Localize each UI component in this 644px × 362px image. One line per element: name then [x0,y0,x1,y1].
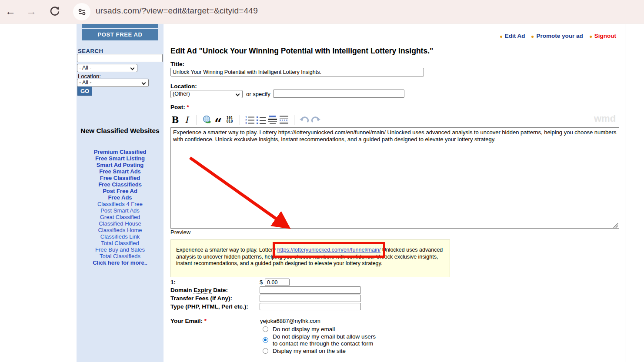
sidebar-button-stub[interactable] [82,24,158,28]
chevron-down-icon [130,66,135,70]
bullet-list-icon[interactable] [256,114,267,126]
sidebar: POST FREE AD SEARCH - All - Location: - … [77,24,164,362]
code-icon-line2: 010 [227,120,233,123]
post-textarea[interactable]: Experience a smarter way to play. Lotter… [170,127,619,229]
title-label: Title: [170,61,184,67]
websites-heading: New Classified Websites [77,126,164,135]
domain-expiry-input[interactable] [260,286,361,294]
location-select[interactable]: - All - [77,79,149,87]
currency-symbol: $ [260,279,263,286]
toolbar-separator [240,115,240,125]
signout-link[interactable]: Signout [590,33,616,39]
promote-ad-link[interactable]: Promote your ad [531,33,583,39]
chevron-down-icon [142,81,146,85]
go-button[interactable]: GO [77,86,92,96]
email-label: Your Email: * [170,318,207,324]
editor-toolbar: B I “ 101 010 1 2 3 [170,113,321,126]
sidebar-link[interactable]: Total Classifieds [77,253,164,259]
radio-contact-form[interactable] [263,337,268,343]
radio-contact-form-line1: Do not display my email but allow users [273,333,376,340]
radio-hide-email-label[interactable]: Do not display my email [273,326,335,333]
svg-text:3: 3 [245,122,247,125]
email-value: yejoka6887@nyfhk.com [260,318,320,324]
bullet-icon [500,36,502,38]
edit-ad-link[interactable]: Edit Ad [500,33,525,39]
back-icon[interactable]: ← [5,5,16,18]
sidebar-link[interactable]: Classified House [77,220,164,227]
location-specify-input[interactable] [273,90,404,98]
numbered-list-icon[interactable]: 1 2 3 [244,114,256,126]
radio-hide-email[interactable] [263,326,268,332]
address-bar[interactable]: ursads.com/?view=edit&target=&cityid=449 [96,6,258,16]
type-label: Type (PHP, HTML, Perl etc.): [170,303,248,310]
radio-display-email-label[interactable]: Display my email on the site [273,348,346,355]
svg-text:1: 1 [245,116,247,119]
chevron-down-icon [236,92,240,96]
promote-ad-link-label: Promote your ad [536,33,583,39]
sidebar-link[interactable]: Classifieds Home [77,227,164,233]
content-right-border [625,24,625,362]
bold-icon[interactable]: B [170,114,181,126]
page-title: Edit Ad "Unlock Your Winning Potential w… [170,46,433,56]
required-asterisk: * [204,318,207,324]
bullet-icon [531,36,534,38]
search-input[interactable] [77,54,163,62]
toolbar-separator [197,115,197,125]
radio-contact-form-label[interactable]: Do not display my email but allow users … [273,333,376,347]
post-label-text: Post: [170,104,185,110]
signout-link-label: Signout [594,33,616,39]
title-input[interactable] [170,68,424,76]
post-free-ad-button[interactable]: POST FREE AD [82,29,158,40]
sidebar-link[interactable]: Free Classifieds [77,181,164,188]
category-select-value: - All - [79,65,91,71]
domain-expiry-label-post: Date: [213,287,228,293]
radio-display-email[interactable] [263,348,268,354]
tune-icon[interactable] [78,8,86,16]
horizontal-rule-icon[interactable] [278,114,290,126]
location-select-value: - All - [79,80,91,86]
domain-expiry-label: Domain Expiry Date: [170,287,228,293]
price-input[interactable] [265,279,290,286]
redo-icon[interactable] [310,114,321,126]
sidebar-link[interactable]: Free Smart Listing [77,155,164,162]
heading-icon[interactable] [267,114,278,126]
preview-link[interactable]: https://lotteryunlocked.com/en/funnel/ma… [277,247,381,253]
reload-icon[interactable] [49,6,60,17]
edit-ad-link-label: Edit Ad [505,33,525,39]
radio-contact-form-line2-dotted: form [361,340,373,347]
sidebar-link[interactable]: Great Classified [77,214,164,220]
code-icon[interactable]: 101 010 [224,114,235,126]
browser-toolbar: ← → ursads.com/?view=edit&target=&cityid… [0,0,644,23]
sidebar-link[interactable]: Post Smart Ads [77,207,164,214]
sidebar-link[interactable]: Free Smart Ads [77,168,164,175]
websites-link-list: Premium Classified Free Smart Listing Sm… [77,149,164,266]
sidebar-link[interactable]: Classifieds Link [77,233,164,240]
sidebar-link[interactable]: Free Classified [77,175,164,181]
category-select[interactable]: - All - [77,64,137,72]
price-label: 1: [170,279,176,286]
domain-expiry-label-pre: Domain [170,287,192,293]
preview-box: Experience a smarter way to play. Lotter… [170,239,450,277]
domain-expiry-label-dotted: Expiry [194,287,211,294]
transfer-fees-input[interactable] [260,295,361,302]
sidebar-link[interactable]: Free Ads [77,194,164,201]
search-label: SEARCH [78,48,103,54]
undo-icon[interactable] [299,114,310,126]
italic-icon[interactable]: I [181,114,192,126]
sidebar-link-more[interactable]: Click here for more.. [77,259,164,266]
forward-icon[interactable]: → [26,5,37,18]
email-label-text: Your Email: [170,318,203,324]
toolbar-separator [294,115,294,125]
location-dropdown[interactable]: (Other) [170,90,243,98]
preview-text-before: Experience a smarter way to play. Lotter… [176,247,277,253]
hyperlink-icon[interactable] [201,114,213,126]
user-nav: Edit Ad Promote your ad Signout [500,33,616,39]
sidebar-link[interactable]: Classifieds 4 Free [77,201,164,207]
type-input[interactable] [260,303,361,310]
sidebar-link[interactable]: Total Classified [77,240,164,246]
sidebar-link[interactable]: Smart Ad Posting [77,162,164,168]
sidebar-link[interactable]: Premium Classified [77,149,164,155]
sidebar-link[interactable]: Free Buy and Sales [77,246,164,253]
svg-text:2: 2 [245,119,247,122]
sidebar-link[interactable]: Post Free Ad [77,188,164,194]
